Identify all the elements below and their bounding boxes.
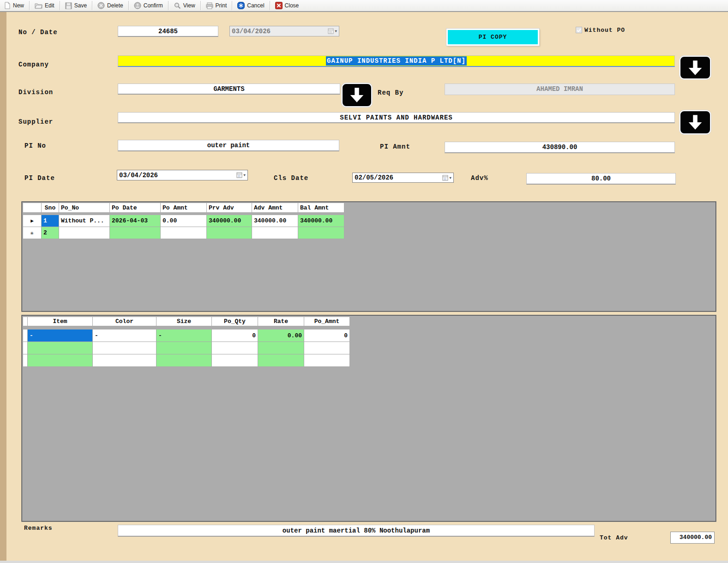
- cls-date-input[interactable]: 02/05/2026 ▼: [352, 173, 454, 183]
- po-grid-cell-sno[interactable]: 2: [42, 227, 59, 239]
- po-grid-cell-po-no[interactable]: [59, 227, 110, 239]
- cls-date-value: 02/05/2026: [355, 173, 442, 182]
- adv-pct-input[interactable]: 80.00: [526, 173, 676, 185]
- item-grid-cell-item[interactable]: -: [28, 329, 93, 342]
- no-date-label: No / Date: [18, 29, 58, 36]
- item-grid-cell-item[interactable]: [28, 354, 93, 367]
- view-button-label: View: [183, 2, 195, 9]
- pi-no-input[interactable]: outer paint: [118, 140, 339, 151]
- po-grid-corner-cell: [23, 203, 42, 213]
- item-grid-cell-size[interactable]: [156, 354, 212, 367]
- no-input[interactable]: 24685: [118, 26, 218, 37]
- supplier-lookup-button[interactable]: [680, 110, 711, 134]
- confirm-button[interactable]: Confirm: [130, 0, 167, 11]
- item-grid-header-size[interactable]: Size: [156, 317, 212, 326]
- dropdown-caret-icon: ▼: [449, 176, 451, 180]
- item-grid-cell-po-amnt[interactable]: [304, 342, 350, 354]
- edit-button[interactable]: Edit: [30, 0, 59, 11]
- company-lookup-button[interactable]: [680, 56, 711, 79]
- without-po-label: Without PO: [584, 27, 625, 34]
- save-button-label: Save: [74, 2, 87, 9]
- bottom-edge-strip: [0, 561, 728, 563]
- item-grid-cell-po-amnt[interactable]: 0: [304, 329, 350, 342]
- toolbar-separator: [200, 1, 201, 10]
- division-input[interactable]: GARMENTS: [118, 84, 340, 95]
- pi-no-label: PI No: [24, 142, 46, 150]
- item-grid-header-rate[interactable]: Rate: [258, 317, 304, 326]
- po-grid-header-sno[interactable]: Sno: [42, 203, 59, 213]
- item-grid-cell-rate[interactable]: 0.00: [258, 329, 304, 342]
- po-grid-header-adv-amnt[interactable]: Adv Amnt: [252, 203, 298, 213]
- date-input[interactable]: 03/04/2026 ▼: [229, 26, 339, 36]
- item-grid-row-selector[interactable]: [23, 354, 28, 367]
- po-grid-header-po-no[interactable]: Po_No: [59, 203, 110, 213]
- pi-copy-button[interactable]: PI COPY: [446, 29, 539, 46]
- division-label: Division: [18, 89, 53, 96]
- item-grid-header-item[interactable]: Item: [28, 317, 93, 326]
- row-selector-new-icon[interactable]: ✳: [23, 227, 42, 239]
- item-grid-header-po-amnt[interactable]: Po_Amnt: [304, 317, 350, 326]
- po-grid-cell-po-date[interactable]: [110, 227, 161, 239]
- remarks-input[interactable]: outer paint maertial 80% Noothulapuram: [118, 525, 595, 537]
- confirm-button-label: Confirm: [144, 2, 163, 9]
- cancel-asterisk-icon: [237, 2, 245, 9]
- item-grid-header-po-qty[interactable]: Po_Qty: [212, 317, 258, 326]
- po-grid-cell-po-amnt[interactable]: 0.00: [161, 215, 207, 227]
- dropdown-caret-icon: ▼: [335, 29, 337, 33]
- print-button[interactable]: Print: [202, 0, 231, 11]
- delete-button[interactable]: Delete: [93, 0, 127, 11]
- cancel-button[interactable]: Cancel: [233, 0, 268, 11]
- po-grid-header-bal-amnt[interactable]: Bal Amnt: [298, 203, 344, 213]
- down-arrow-icon: [686, 59, 704, 77]
- item-grid-header-color[interactable]: Color: [93, 317, 156, 326]
- po-grid: Sno Po_No Po Date Po Amnt Prv Adv Adv Am…: [22, 202, 716, 311]
- save-button[interactable]: Save: [61, 0, 91, 11]
- po-grid-cell-po-date[interactable]: 2026-04-03: [110, 215, 161, 227]
- item-grid-cell-rate[interactable]: [258, 342, 304, 354]
- view-button[interactable]: View: [169, 0, 199, 11]
- po-grid-cell-bal-amnt[interactable]: 340000.00: [298, 215, 344, 227]
- new-button[interactable]: New: [0, 0, 28, 11]
- row-selector-arrow-icon[interactable]: ▶: [23, 215, 42, 227]
- item-grid: Item Color Size Po_Qty Rate Po_Amnt - - …: [22, 315, 716, 521]
- without-po-checkbox[interactable]: [576, 27, 582, 33]
- po-grid-cell-adv-amnt[interactable]: [252, 227, 298, 239]
- req-by-input: AHAMED IMRAN: [445, 84, 675, 95]
- supplier-input[interactable]: SELVI PAINTS AND HARDWARES: [118, 112, 675, 123]
- po-grid-cell-po-no[interactable]: Without P...: [59, 215, 110, 227]
- item-grid-row-selector[interactable]: [23, 329, 28, 342]
- pi-date-input[interactable]: 03/04/2026 ▼: [117, 170, 248, 180]
- toolbar-separator: [232, 1, 232, 10]
- pi-amnt-input[interactable]: 430890.00: [445, 142, 675, 153]
- item-grid-row-selector[interactable]: [23, 342, 28, 354]
- item-grid-cell-item[interactable]: [28, 342, 93, 354]
- folder-edit-icon: [35, 2, 42, 9]
- po-grid-cell-sno[interactable]: 1: [42, 215, 59, 227]
- po-grid-header-po-amnt[interactable]: Po Amnt: [161, 203, 207, 213]
- item-grid-cell-size[interactable]: -: [156, 329, 212, 342]
- po-grid-cell-bal-amnt[interactable]: [298, 227, 344, 239]
- item-grid-cell-color[interactable]: -: [93, 329, 156, 342]
- close-button[interactable]: Close: [271, 0, 303, 11]
- item-grid-cell-color[interactable]: [93, 354, 156, 367]
- po-grid-header-prv-adv[interactable]: Prv Adv: [207, 203, 252, 213]
- toolbar-separator: [92, 1, 92, 10]
- po-grid-cell-po-amnt[interactable]: [161, 227, 207, 239]
- item-grid-cell-po-qty[interactable]: 0: [212, 329, 258, 342]
- item-grid-cell-po-qty[interactable]: [212, 342, 258, 354]
- po-grid-header-po-date[interactable]: Po Date: [110, 203, 161, 213]
- division-lookup-button[interactable]: [342, 83, 372, 107]
- po-grid-cell-adv-amnt[interactable]: 340000.00: [252, 215, 298, 227]
- left-edge-strip: [0, 12, 6, 561]
- toolbar-separator: [270, 1, 270, 10]
- item-grid-corner-cell: [23, 317, 28, 326]
- tot-adv-input[interactable]: 340000.00: [670, 532, 715, 544]
- po-grid-cell-prv-adv[interactable]: [207, 227, 252, 239]
- item-grid-cell-rate[interactable]: [258, 354, 304, 367]
- item-grid-cell-po-qty[interactable]: [212, 354, 258, 367]
- po-grid-cell-prv-adv[interactable]: 340000.00: [207, 215, 252, 227]
- item-grid-cell-size[interactable]: [156, 342, 212, 354]
- item-grid-cell-po-amnt[interactable]: [304, 354, 350, 367]
- item-grid-cell-color[interactable]: [93, 342, 156, 354]
- company-input[interactable]: GAINUP INDUSTRIES INDIA P LTD[N]: [118, 55, 675, 67]
